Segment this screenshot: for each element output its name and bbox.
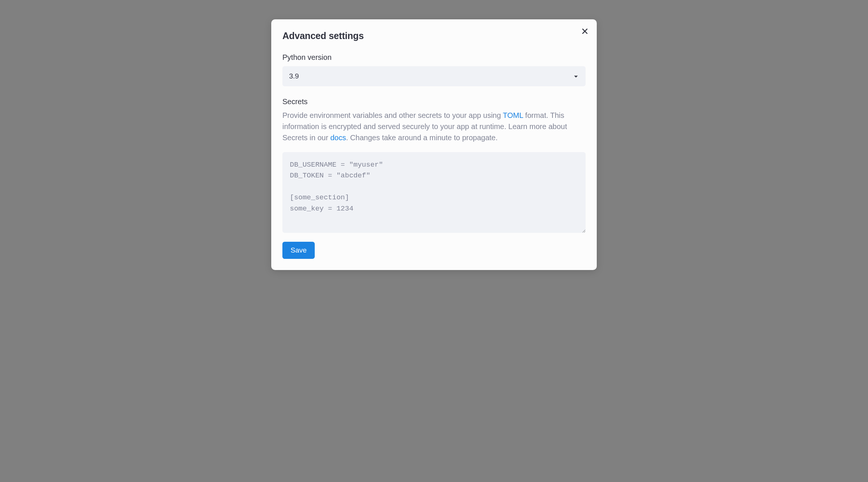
secrets-description-text-1: Provide environment variables and other … <box>282 111 503 119</box>
advanced-settings-modal: Advanced settings Python version 3.9 Sec… <box>271 19 597 270</box>
python-version-label: Python version <box>282 53 586 62</box>
secrets-label: Secrets <box>282 97 586 106</box>
secrets-description-text-3: . Changes take around a minute to propag… <box>346 134 498 142</box>
secrets-textarea[interactable] <box>282 152 586 233</box>
save-button[interactable]: Save <box>282 242 315 259</box>
secrets-description: Provide environment variables and other … <box>282 110 586 143</box>
python-version-select-wrapper: 3.9 <box>282 66 586 86</box>
python-version-select[interactable]: 3.9 <box>282 66 586 86</box>
close-button[interactable] <box>580 26 590 38</box>
close-icon <box>581 28 589 36</box>
toml-link[interactable]: TOML <box>503 111 523 119</box>
docs-link[interactable]: docs <box>330 134 346 142</box>
modal-title: Advanced settings <box>282 30 586 41</box>
